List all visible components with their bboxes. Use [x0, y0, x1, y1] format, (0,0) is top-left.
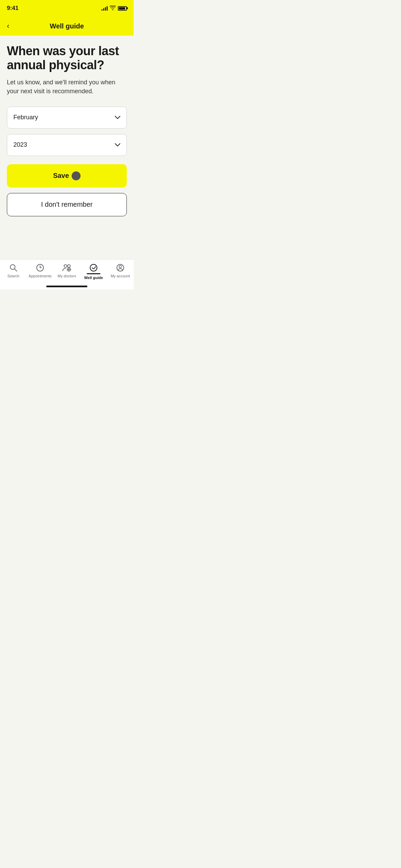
status-bar: 9:41 — [0, 0, 134, 16]
signal-icon — [101, 6, 108, 11]
status-icons — [101, 5, 127, 11]
month-dropdown[interactable]: February — [7, 107, 127, 129]
my-doctors-nav-icon — [62, 263, 72, 273]
chevron-down-icon — [115, 114, 120, 121]
svg-line-1 — [15, 269, 17, 272]
page-subtitle: Let us know, and we'll remind you when y… — [7, 78, 127, 96]
save-button-label: Save — [53, 172, 69, 180]
dont-remember-button[interactable]: I don't remember — [7, 193, 127, 216]
nav-item-my-account[interactable]: My account — [107, 263, 134, 278]
wifi-icon — [110, 5, 116, 11]
dont-remember-label: I don't remember — [41, 201, 93, 208]
nav-item-appointments[interactable]: Appointments — [27, 263, 53, 278]
status-time: 9:41 — [7, 5, 19, 12]
svg-point-8 — [90, 264, 97, 271]
well-guide-active-indicator — [87, 273, 100, 274]
app-header: ‹ Well guide — [0, 16, 134, 36]
appointments-nav-icon — [35, 263, 45, 273]
main-content: When was your last annual physical? Let … — [0, 36, 134, 225]
month-dropdown-container: February — [7, 107, 127, 129]
header-title: Well guide — [50, 22, 84, 30]
well-guide-nav-icon — [89, 263, 98, 273]
nav-label-my-account: My account — [111, 274, 130, 278]
nav-item-my-doctors[interactable]: My doctors — [53, 263, 80, 278]
chevron-down-icon-year — [115, 142, 120, 148]
home-indicator — [46, 286, 87, 287]
my-account-nav-icon — [116, 263, 125, 273]
year-dropdown-container: 2023 — [7, 134, 127, 156]
nav-label-appointments: Appointments — [28, 274, 51, 278]
nav-label-my-doctors: My doctors — [58, 274, 76, 278]
year-dropdown-value: 2023 — [13, 141, 27, 148]
bottom-nav: Search Appointments My doctors — [0, 259, 134, 289]
battery-icon — [118, 6, 127, 11]
save-button[interactable]: Save — [7, 164, 127, 188]
nav-item-search[interactable]: Search — [0, 263, 27, 278]
svg-point-10 — [119, 266, 122, 268]
nav-label-well-guide: Well guide — [84, 276, 103, 280]
month-dropdown-value: February — [13, 114, 38, 121]
year-dropdown[interactable]: 2023 — [7, 134, 127, 156]
search-nav-icon — [9, 263, 18, 273]
svg-point-4 — [68, 265, 70, 267]
nav-item-well-guide[interactable]: Well guide — [80, 263, 107, 280]
back-button[interactable]: ‹ — [7, 22, 9, 31]
page-heading: When was your last annual physical? — [7, 44, 127, 72]
save-loading-indicator — [72, 171, 81, 180]
nav-label-search: Search — [8, 274, 20, 278]
svg-point-3 — [64, 265, 67, 267]
